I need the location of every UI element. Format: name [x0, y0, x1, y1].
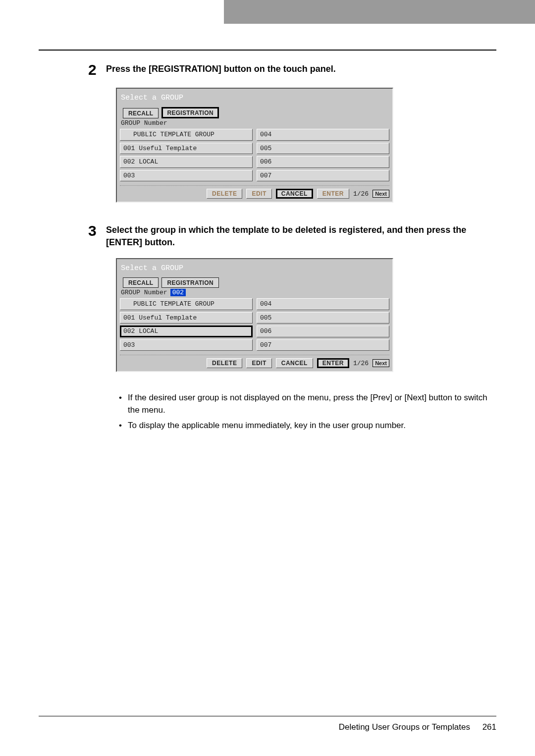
note-item: To display the applicable menu immediate…	[119, 420, 496, 432]
enter-button[interactable]: ENTER	[317, 189, 349, 199]
tab-registration[interactable]: REGISTRATION	[161, 107, 218, 118]
next-button[interactable]: Next	[373, 190, 389, 198]
delete-button[interactable]: DELETE	[207, 358, 242, 368]
tab-registration[interactable]: REGISTRATION	[161, 277, 218, 288]
next-button[interactable]: Next	[373, 359, 389, 367]
group-number-value: 002	[170, 289, 186, 296]
list-item[interactable]: 003	[120, 339, 253, 351]
enter-button[interactable]: ENTER	[317, 358, 349, 368]
list-item-selected[interactable]: 002 LOCAL	[120, 325, 253, 337]
step-number-2: 2	[88, 61, 106, 78]
list-item[interactable]: 005	[257, 312, 389, 324]
footer-rule	[39, 716, 496, 716]
top-rule	[39, 50, 496, 51]
note-item: If the desired user group is not display…	[119, 392, 496, 416]
panel-title: Select a GROUP	[120, 92, 389, 107]
tab-recall[interactable]: RECALL	[123, 108, 159, 118]
step-text-2: Press the [REGISTRATION] button on the t…	[106, 61, 496, 75]
step-3: 3 Select the group in which the template…	[88, 222, 496, 248]
tab-recall[interactable]: RECALL	[123, 277, 159, 288]
list-item[interactable]: PUBLIC TEMPLATE GROUP	[120, 298, 253, 310]
list-item[interactable]: 003	[120, 170, 253, 182]
cancel-button[interactable]: CANCEL	[276, 358, 313, 368]
delete-button[interactable]: DELETE	[207, 189, 242, 199]
step-number-3: 3	[88, 222, 106, 239]
cancel-button[interactable]: CANCEL	[276, 189, 313, 199]
list-item[interactable]: 004	[257, 129, 389, 141]
step-2: 2 Press the [REGISTRATION] button on the…	[88, 61, 496, 78]
list-item[interactable]: 007	[257, 170, 389, 182]
list-item[interactable]: 006	[257, 156, 389, 168]
list-item[interactable]: 001 Useful Template	[120, 312, 253, 324]
panel-title: Select a GROUP	[120, 262, 389, 277]
edit-button[interactable]: EDIT	[246, 189, 271, 199]
group-number-label: GROUP Number	[121, 119, 167, 127]
list-item[interactable]: 001 Useful Template	[120, 143, 253, 155]
list-item[interactable]: 002 LOCAL	[120, 156, 253, 168]
group-number-label: GROUP Number	[121, 289, 167, 296]
footer-page: 261	[482, 722, 496, 732]
header-band	[224, 0, 535, 24]
list-item[interactable]: 007	[257, 339, 389, 351]
page-indicator: 1/26	[353, 360, 369, 367]
footer-title: Deleting User Groups or Templates	[339, 722, 470, 732]
step-text-3: Select the group in which the template t…	[106, 222, 496, 248]
list-item[interactable]: 006	[257, 325, 389, 337]
touch-panel-2: Select a GROUP RECALL REGISTRATION GROUP…	[116, 258, 393, 372]
list-item[interactable]: 004	[257, 298, 389, 310]
page-indicator: 1/26	[353, 190, 369, 198]
notes-list: If the desired user group is not display…	[119, 392, 496, 432]
touch-panel-1: Select a GROUP RECALL REGISTRATION GROUP…	[116, 88, 393, 203]
list-item[interactable]: 005	[257, 143, 389, 155]
list-item[interactable]: PUBLIC TEMPLATE GROUP	[120, 129, 253, 141]
edit-button[interactable]: EDIT	[246, 358, 271, 368]
